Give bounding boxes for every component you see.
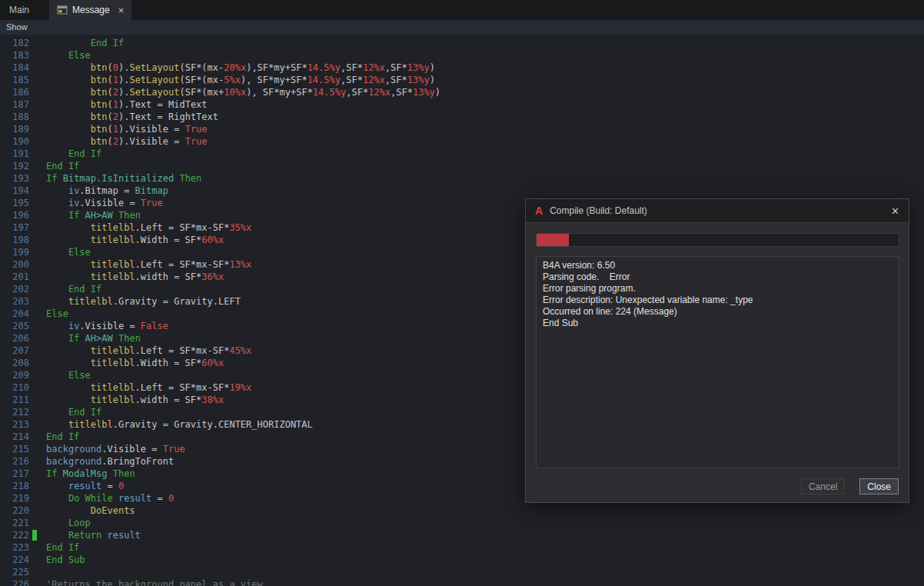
code-line: 224End Sub xyxy=(0,554,924,566)
line-number[interactable]: 196 xyxy=(0,209,29,221)
line-number[interactable]: 213 xyxy=(0,418,29,431)
code-text[interactable]: iv.Visible = True xyxy=(46,198,163,208)
code-text[interactable]: End If xyxy=(46,407,101,418)
line-number[interactable]: 201 xyxy=(0,271,29,283)
code-text[interactable]: End Sub xyxy=(46,554,85,565)
code-text[interactable]: titlelbl.Gravity = Gravity.CENTER_HORIZO… xyxy=(46,419,313,430)
line-number[interactable]: 182 xyxy=(0,37,29,49)
line-number[interactable]: 221 xyxy=(0,517,29,529)
line-number[interactable]: 199 xyxy=(0,246,29,258)
line-number[interactable]: 218 xyxy=(0,480,29,492)
line-number[interactable]: 191 xyxy=(0,148,29,160)
code-text[interactable]: btn(0).SetLayout(SF*(mx-20%x),SF*my+SF*1… xyxy=(46,62,435,73)
code-text[interactable]: Loop xyxy=(46,518,91,528)
line-number[interactable]: 214 xyxy=(0,431,29,443)
line-number[interactable]: 207 xyxy=(0,345,29,357)
line-number[interactable]: 217 xyxy=(0,468,29,480)
code-text[interactable]: Else xyxy=(46,370,91,381)
line-number[interactable]: 198 xyxy=(0,234,29,246)
dialog-titlebar[interactable]: A Compile (Build: Default) ✕ xyxy=(526,199,909,223)
code-text[interactable]: iv.Bitmap = Bitmap xyxy=(46,185,168,196)
code-text[interactable]: result = 0 xyxy=(46,481,124,491)
close-button[interactable]: Close xyxy=(859,478,899,494)
line-number[interactable]: 185 xyxy=(0,74,29,86)
code-text[interactable]: btn(1).Visible = True xyxy=(46,124,208,135)
code-text[interactable]: End If xyxy=(46,38,124,48)
line-number[interactable]: 204 xyxy=(0,308,29,320)
code-text[interactable]: If ModalMsg Then xyxy=(46,468,135,479)
code-text[interactable]: Else xyxy=(46,50,91,61)
line-number[interactable]: 224 xyxy=(0,554,29,566)
line-number[interactable]: 205 xyxy=(0,320,29,332)
line-number[interactable]: 223 xyxy=(0,541,29,554)
code-text[interactable]: Do While result = 0 xyxy=(46,493,174,504)
line-number[interactable]: 208 xyxy=(0,357,29,369)
line-number[interactable]: 226 xyxy=(0,578,29,586)
code-text[interactable]: btn(2).SetLayout(SF*(mx+10%x), SF*my+SF*… xyxy=(46,87,440,98)
line-number[interactable]: 209 xyxy=(0,369,29,381)
code-text[interactable]: End If xyxy=(46,542,79,553)
code-text[interactable]: End If xyxy=(46,148,101,159)
code-text[interactable]: titlelbl.Left = SF*mx-SF*45%x xyxy=(46,345,251,356)
code-text[interactable]: btn(2).Visible = True xyxy=(46,136,208,147)
line-number[interactable]: 225 xyxy=(0,566,29,578)
line-number[interactable]: 203 xyxy=(0,295,29,308)
tab-message[interactable]: Message × xyxy=(49,0,131,20)
code-text[interactable]: Return result xyxy=(46,530,141,541)
line-number[interactable]: 215 xyxy=(0,443,29,455)
line-number[interactable]: 206 xyxy=(0,332,29,345)
code-text[interactable]: btn(1).SetLayout(SF*(mx-5%x), SF*my+SF*1… xyxy=(46,75,435,85)
code-text[interactable]: btn(1).Text = MidText xyxy=(46,99,208,110)
tab-close-icon[interactable]: × xyxy=(118,5,125,15)
line-number[interactable]: 202 xyxy=(0,283,29,295)
code-text[interactable]: DoEvents xyxy=(46,505,135,516)
code-text[interactable]: background.BringToFront xyxy=(46,456,174,467)
line-number[interactable]: 192 xyxy=(0,160,29,172)
line-number[interactable]: 186 xyxy=(0,86,29,98)
cancel-button[interactable]: Cancel xyxy=(801,478,845,494)
code-text[interactable]: titlelbl.Left = SF*mx-SF*19%x xyxy=(46,382,251,393)
line-number[interactable]: 220 xyxy=(0,504,29,517)
code-text[interactable]: titlelbl.Width = SF*60%x xyxy=(46,235,224,245)
line-number[interactable]: 188 xyxy=(0,111,29,123)
line-number[interactable]: 210 xyxy=(0,381,29,394)
code-text[interactable]: If AH>AW Then xyxy=(46,210,141,221)
code-line: 221 Loop xyxy=(0,517,924,529)
line-number[interactable]: 195 xyxy=(0,197,29,209)
code-text[interactable]: background.Visible = True xyxy=(46,444,185,454)
code-text[interactable]: End If xyxy=(46,431,79,442)
code-text[interactable]: btn(2).Text = RightText xyxy=(46,112,218,122)
code-text[interactable]: Else xyxy=(46,308,68,319)
line-number[interactable]: 216 xyxy=(0,455,29,468)
line-number[interactable]: 222 xyxy=(0,529,29,541)
code-text[interactable]: titlelbl.Width = SF*60%x xyxy=(46,358,224,368)
line-number[interactable]: 193 xyxy=(0,172,29,185)
line-number[interactable]: 190 xyxy=(0,135,29,148)
line-number[interactable]: 197 xyxy=(0,221,29,234)
code-text[interactable]: titlelbl.Left = SF*mx-SF*35%x xyxy=(46,222,251,233)
code-text[interactable]: End If xyxy=(46,284,101,295)
line-number[interactable]: 211 xyxy=(0,394,29,406)
code-text[interactable]: titlelbl.Left = SF*mx-SF*13%x xyxy=(46,259,251,270)
line-number[interactable]: 212 xyxy=(0,406,29,418)
line-number[interactable]: 200 xyxy=(0,258,29,271)
code-text[interactable]: 'Returns the background panel as a view xyxy=(46,579,263,586)
line-number[interactable]: 194 xyxy=(0,185,29,197)
line-number[interactable]: 219 xyxy=(0,492,29,504)
code-text[interactable]: If Bitmap.IsInitialized Then xyxy=(46,173,201,184)
dialog-close-icon[interactable]: ✕ xyxy=(891,205,899,217)
tab-main[interactable]: Main xyxy=(0,0,38,20)
line-number[interactable]: 184 xyxy=(0,62,29,74)
code-text[interactable]: titlelbl.width = SF*38%x xyxy=(46,395,224,405)
line-number[interactable]: 183 xyxy=(0,49,29,62)
line-number[interactable]: 187 xyxy=(0,98,29,111)
code-text[interactable]: titlelbl.width = SF*36%x xyxy=(46,271,224,282)
code-text[interactable]: End If xyxy=(46,161,79,171)
compiler-output[interactable]: B4A version: 6.50 Parsing code. Error Er… xyxy=(536,256,899,468)
code-text[interactable]: Else xyxy=(46,247,91,258)
line-number[interactable]: 189 xyxy=(0,123,29,135)
region-header-show[interactable]: Show xyxy=(0,20,924,35)
code-text[interactable]: titlelbl.Gravity = Gravity.LEFT xyxy=(46,296,241,307)
code-text[interactable]: If AH>AW Then xyxy=(46,333,141,344)
code-text[interactable]: iv.Visible = False xyxy=(46,321,168,331)
